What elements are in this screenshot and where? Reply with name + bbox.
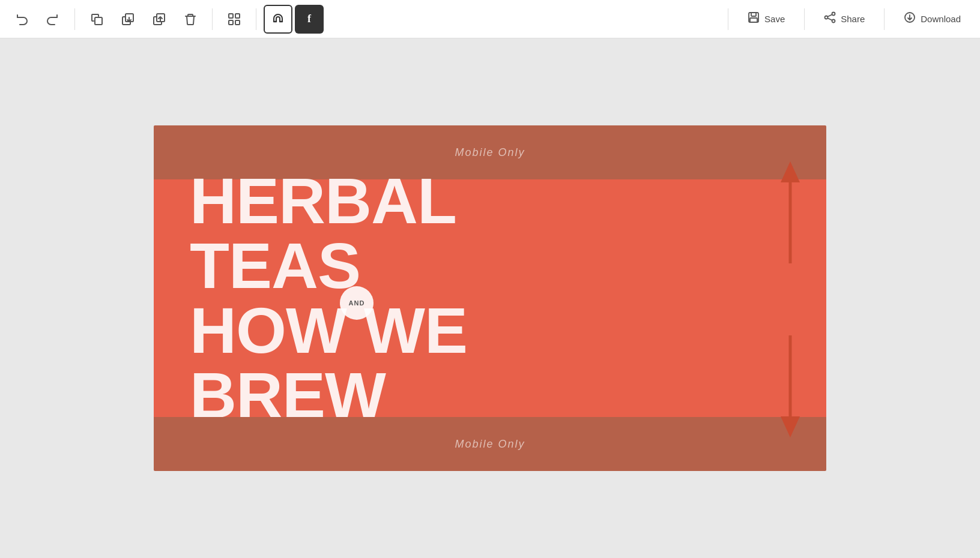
download-button[interactable]: Download xyxy=(892,7,973,31)
svg-rect-14 xyxy=(751,13,756,16)
save-label: Save xyxy=(764,14,785,24)
toolbar-right: Save Share xyxy=(721,7,973,31)
save-button[interactable]: Save xyxy=(736,7,797,31)
magnet-button[interactable] xyxy=(264,5,292,34)
divider-5 xyxy=(804,8,805,30)
headline-line3: HOW WE xyxy=(190,298,467,363)
and-badge: AND xyxy=(340,286,374,320)
edit-group xyxy=(82,5,205,34)
canvas-area: Mobile Only HERBAL TEAS HOW WE BREW AND … xyxy=(0,38,980,558)
headline-text: HERBAL TEAS HOW WE BREW xyxy=(190,169,467,428)
and-badge-label: AND xyxy=(349,299,365,307)
svg-point-16 xyxy=(832,13,835,16)
copy-button[interactable] xyxy=(82,5,111,34)
layer-down-button[interactable] xyxy=(113,5,142,34)
facebook-button[interactable]: f xyxy=(295,5,324,34)
main-content: HERBAL TEAS HOW WE BREW AND xyxy=(154,179,826,417)
svg-rect-8 xyxy=(235,14,240,18)
mobile-band-bottom: Mobile Only xyxy=(154,417,826,471)
share-label: Share xyxy=(841,14,865,24)
svg-point-17 xyxy=(825,16,828,19)
layer-up-button[interactable] xyxy=(145,5,174,34)
headline-line2: TEAS xyxy=(190,233,467,298)
svg-rect-7 xyxy=(229,14,233,18)
svg-point-18 xyxy=(832,20,835,23)
mobile-only-top-label: Mobile Only xyxy=(455,146,525,159)
divider-3 xyxy=(256,8,256,30)
svg-line-19 xyxy=(828,14,832,17)
svg-rect-9 xyxy=(229,20,233,25)
headline-line1: HERBAL xyxy=(190,169,467,233)
redo-button[interactable] xyxy=(38,5,67,34)
undo-button[interactable] xyxy=(7,5,36,34)
divider-4 xyxy=(728,8,728,30)
grid-button[interactable] xyxy=(220,5,249,34)
share-icon xyxy=(824,11,836,26)
svg-rect-15 xyxy=(750,18,757,22)
design-canvas[interactable]: Mobile Only HERBAL TEAS HOW WE BREW AND … xyxy=(154,125,826,471)
svg-rect-10 xyxy=(235,20,240,25)
download-label: Download xyxy=(921,14,961,24)
view-group xyxy=(220,5,249,34)
facebook-icon: f xyxy=(307,13,311,25)
divider-2 xyxy=(212,8,213,30)
delete-button[interactable] xyxy=(176,5,205,34)
share-button[interactable]: Share xyxy=(812,7,877,31)
svg-rect-0 xyxy=(95,17,102,25)
download-icon xyxy=(904,11,916,26)
tool-group: f xyxy=(264,5,324,34)
history-group xyxy=(7,5,67,34)
toolbar: f Save xyxy=(0,0,980,38)
divider-6 xyxy=(884,8,885,30)
divider-1 xyxy=(74,8,75,30)
mobile-only-bottom-label: Mobile Only xyxy=(455,438,525,451)
save-icon xyxy=(748,11,760,26)
svg-line-20 xyxy=(828,18,832,20)
